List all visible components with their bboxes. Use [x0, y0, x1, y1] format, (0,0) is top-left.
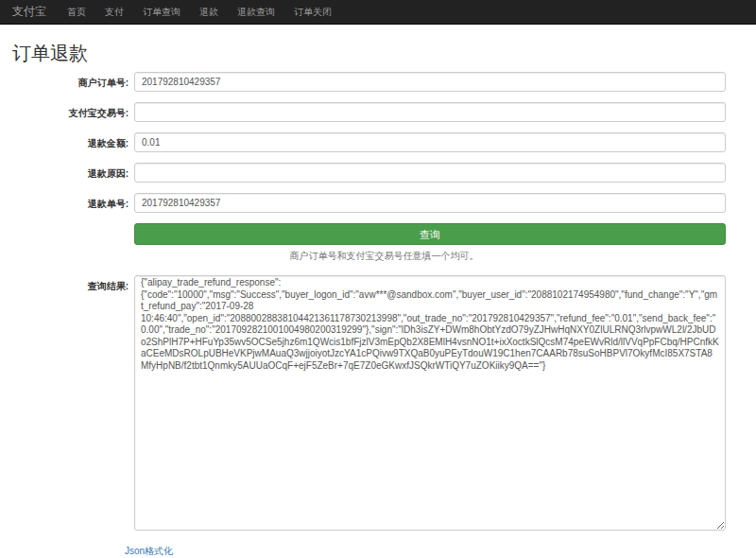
- form-hint: 商户订单号和支付宝交易号任意填一个均可。: [12, 250, 756, 263]
- query-result-row: 查询结果: {"alipay_trade_refund_response": {…: [12, 275, 726, 531]
- alipay-trade-no-input[interactable]: [134, 102, 726, 122]
- alipay-trade-no-label: 支付宝交易号:: [12, 102, 134, 122]
- query-button-row: 查询: [12, 223, 726, 245]
- nav-item-order-query[interactable]: 订单查询: [133, 6, 190, 19]
- refund-form: 商户订单号: 支付宝交易号: 退款金额: 退款原因: 退款单号:: [12, 72, 726, 558]
- merchant-order-no-input[interactable]: [134, 72, 726, 92]
- nav-item-order-close[interactable]: 订单关闭: [284, 6, 341, 19]
- navbar: 支付宝 首页 支付 订单查询 退款 退款查询 订单关闭: [0, 0, 756, 25]
- merchant-order-no-label: 商户订单号:: [12, 72, 134, 92]
- refund-form-page: 订单退款 商户订单号: 支付宝交易号: 退款金额: 退款原因:: [0, 41, 756, 558]
- refund-reason-label: 退款原因:: [12, 163, 134, 183]
- refund-amount-input[interactable]: [134, 132, 726, 152]
- nav-item-refund-query[interactable]: 退款查询: [228, 6, 284, 19]
- refund-amount-label: 退款金额:: [12, 132, 134, 152]
- alipay-trade-no-row: 支付宝交易号:: [12, 102, 726, 122]
- query-button[interactable]: 查询: [134, 223, 726, 245]
- navbar-brand[interactable]: 支付宝: [0, 4, 58, 20]
- query-result-textarea[interactable]: {"alipay_trade_refund_response": {"code"…: [134, 275, 726, 531]
- refund-no-row: 退款单号:: [12, 193, 726, 213]
- refund-reason-input[interactable]: [134, 163, 726, 183]
- nav-item-home[interactable]: 首页: [58, 6, 95, 19]
- refund-amount-row: 退款金额:: [12, 132, 726, 152]
- query-result-label: 查询结果:: [12, 275, 134, 531]
- refund-no-input[interactable]: [134, 193, 726, 213]
- nav-item-pay[interactable]: 支付: [95, 6, 133, 19]
- json-format-link[interactable]: Json格式化: [125, 545, 173, 558]
- refund-reason-row: 退款原因:: [12, 163, 726, 183]
- merchant-order-no-row: 商户订单号:: [12, 72, 726, 92]
- nav-item-refund[interactable]: 退款: [190, 6, 228, 19]
- refund-no-label: 退款单号:: [12, 193, 134, 213]
- page-title: 订单退款: [12, 41, 726, 66]
